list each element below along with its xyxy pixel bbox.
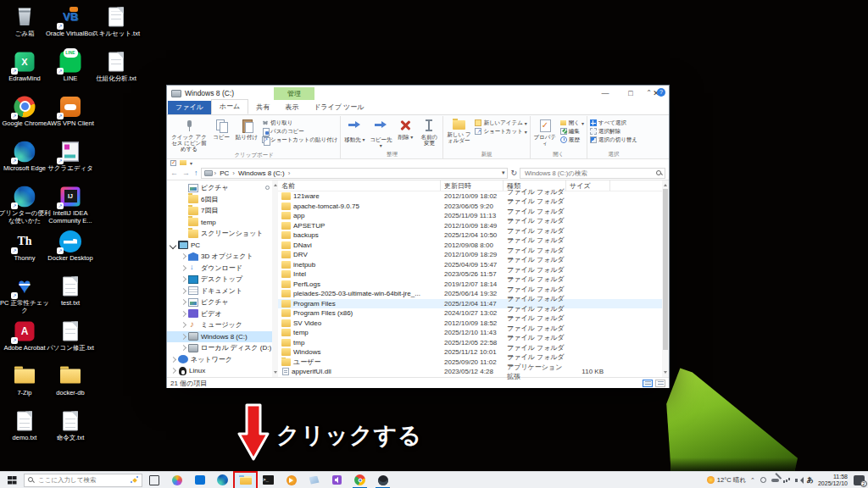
taskbar-icon[interactable] <box>280 472 303 488</box>
taskbar-search[interactable] <box>24 474 142 487</box>
sidebar-item[interactable]: Windows 8 (C:) <box>167 331 272 343</box>
file-row[interactable]: DRV 2012/10/09 18:29 ファイル フォルダー <box>278 250 662 260</box>
ime-indicator[interactable]: あ <box>807 475 814 485</box>
expander-icon[interactable] <box>170 357 175 362</box>
expander-icon[interactable] <box>181 277 186 282</box>
onedrive-tray-icon[interactable] <box>771 476 779 484</box>
qat-customize-icon[interactable]: ▾ <box>190 160 192 166</box>
invert-selection-button[interactable]: 選択の切り替え <box>590 136 637 144</box>
expander-icon[interactable] <box>181 265 186 270</box>
explorer-search[interactable] <box>520 168 665 179</box>
column-header-size[interactable]: サイズ <box>566 180 610 191</box>
help-icon[interactable]: ? <box>657 88 665 97</box>
cut-button[interactable]: 切り取り <box>262 119 337 127</box>
expander-icon[interactable] <box>181 300 186 305</box>
volume-tray-icon[interactable] <box>795 476 803 484</box>
paste-shortcut-button[interactable]: ショートカットの貼り付け <box>262 136 337 144</box>
sidebar-item[interactable]: ドキュメント <box>167 286 272 297</box>
desktop-icon[interactable]: docker-db <box>47 362 93 407</box>
ribbon-tab[interactable]: ホーム <box>211 99 248 114</box>
file-row[interactable]: tmp 2025/12/05 22:58 ファイル フォルダー <box>278 338 662 348</box>
sidebar-item[interactable]: ミュージック <box>167 319 272 331</box>
sidebar-item[interactable]: ピクチャ <box>167 182 272 194</box>
sidebar-item[interactable]: 6回目 <box>167 194 272 206</box>
desktop-icon[interactable]: ♥ PC 正常性チェック <box>2 272 47 317</box>
desktop-icon[interactable]: Docker Desktop <box>47 227 93 272</box>
file-row[interactable]: apache-tomcat-9.0.75 2023/06/05 9:20 ファイ… <box>278 202 662 212</box>
sidebar-item[interactable]: デスクトップ <box>167 274 272 286</box>
desktop-icon[interactable]: スキルセット.txt <box>93 3 139 47</box>
file-row[interactable]: 121ware 2012/10/09 18:02 ファイル フォルダー <box>278 191 662 202</box>
expander-icon[interactable] <box>170 242 175 247</box>
desktop-icon[interactable]: 7-Zip <box>2 362 47 407</box>
file-row[interactable]: APSETUP 2012/10/09 18:49 ファイル フォルダー <box>278 221 662 231</box>
sidebar-scrollbar[interactable] <box>272 180 278 377</box>
file-row[interactable]: DNavi 2012/09/08 8:00 ファイル フォルダー <box>278 241 662 251</box>
column-header-date[interactable]: 更新日時 <box>441 180 504 191</box>
ribbon-tab[interactable]: ドライブ ツール <box>306 101 371 114</box>
file-row[interactable]: Program Files (x86) 2024/10/27 13:02 ファイ… <box>278 308 662 319</box>
file-row[interactable]: PerfLogs 2019/12/07 18:14 ファイル フォルダー <box>278 280 662 290</box>
select-none-button[interactable]: 選択解除 <box>590 127 637 136</box>
paste-button[interactable]: 貼り付け <box>233 117 260 152</box>
properties-button[interactable]: プロパティ <box>531 117 559 151</box>
expander-icon[interactable] <box>181 208 186 214</box>
taskbar-icon[interactable] <box>303 472 326 488</box>
file-row[interactable]: appverifUI.dll 2023/05/12 4:28 アプリケーション拡… <box>278 367 662 377</box>
contextual-tab-group[interactable]: 管理 <box>274 87 314 100</box>
scrollbar-thumb[interactable] <box>663 189 668 350</box>
expander-icon[interactable] <box>181 288 186 293</box>
refresh-icon[interactable]: ↻ <box>510 169 517 177</box>
network-tray-icon[interactable] <box>783 476 791 484</box>
expander-icon[interactable] <box>181 219 186 225</box>
ribbon-tab[interactable]: 表示 <box>277 101 306 114</box>
copy-to-button[interactable]: コピー先 ▾ <box>367 117 394 151</box>
history-button[interactable]: 履歴 <box>560 136 584 144</box>
file-row[interactable]: inetpub 2025/04/09 15:47 ファイル フォルダー <box>278 260 662 270</box>
taskbar-icon[interactable] <box>348 472 371 488</box>
maximize-button[interactable]: □ <box>618 86 643 101</box>
file-row[interactable]: Program Files 2025/12/04 11:47 ファイル フォルダ… <box>278 299 662 309</box>
desktop-icon[interactable]: Microsoft Edge <box>2 137 47 182</box>
clock[interactable]: 11:58 2025/12/10 <box>818 474 848 487</box>
list-scrollbar[interactable] <box>662 180 669 377</box>
desktop-icon[interactable]: LINE LINE <box>47 47 93 92</box>
sidebar-item[interactable]: ネットワーク <box>167 354 272 366</box>
taskbar-icon[interactable] <box>234 472 257 488</box>
select-all-button[interactable]: すべて選択 <box>590 119 637 127</box>
desktop-icon[interactable]: Th Thonny <box>2 227 47 272</box>
sidebar-item[interactable]: スクリーンショット <box>167 228 272 240</box>
shortcut-button[interactable]: ショートカット▾ <box>475 127 526 136</box>
sidebar-item[interactable]: ビデオ <box>167 308 272 320</box>
sidebar-item[interactable]: temp <box>167 217 272 229</box>
ribbon-tab[interactable]: ファイル <box>168 101 211 114</box>
rename-button[interactable]: 名前の 変更 <box>416 117 442 151</box>
sidebar-item[interactable]: PC <box>167 240 272 252</box>
forward-button[interactable]: → <box>182 169 190 177</box>
taskbar-icon[interactable] <box>188 472 211 488</box>
pin-quick-access-button[interactable]: クイック アクセス にピン留めする <box>169 117 209 152</box>
new-folder-button[interactable]: 新しい フォルダー <box>444 117 473 151</box>
move-to-button[interactable]: 移動先 ▾ <box>342 117 367 151</box>
desktop-icon[interactable]: サクラエディタ <box>47 137 93 182</box>
file-row[interactable]: app 2025/11/09 11:13 ファイル フォルダー <box>278 211 662 221</box>
minimize-button[interactable]: — <box>593 86 618 101</box>
file-row[interactable]: backups 2025/12/04 10:50 ファイル フォルダー <box>278 230 662 241</box>
sidebar-item[interactable]: ローカル ディスク (D:) <box>167 342 272 354</box>
column-header-name[interactable]: 名前 <box>278 180 441 191</box>
taskbar-icon[interactable] <box>211 472 234 488</box>
file-row[interactable]: temp 2025/12/10 11:43 ファイル フォルダー <box>278 328 662 338</box>
taskbar-icon[interactable] <box>326 472 348 488</box>
desktop-icon[interactable]: 命令文.txt <box>47 407 93 452</box>
desktop-icon[interactable]: パソコン修正.txt <box>47 317 93 362</box>
expander-icon[interactable] <box>181 346 186 351</box>
file-row[interactable]: ユーザー 2025/09/20 11:02 ファイル フォルダー <box>278 358 662 368</box>
taskbar-search-input[interactable] <box>36 475 128 485</box>
desktop-icon[interactable]: IJ IntelliJ IDEA Community E... <box>47 182 93 227</box>
expander-icon[interactable] <box>181 311 186 316</box>
desktop-icon[interactable]: demo.txt <box>2 407 47 452</box>
sidebar-item[interactable]: 7回目 <box>167 205 272 217</box>
start-button[interactable] <box>0 472 24 488</box>
open-button[interactable]: 開く▾ <box>560 119 584 127</box>
desktop-icon[interactable]: test.txt <box>47 272 93 317</box>
